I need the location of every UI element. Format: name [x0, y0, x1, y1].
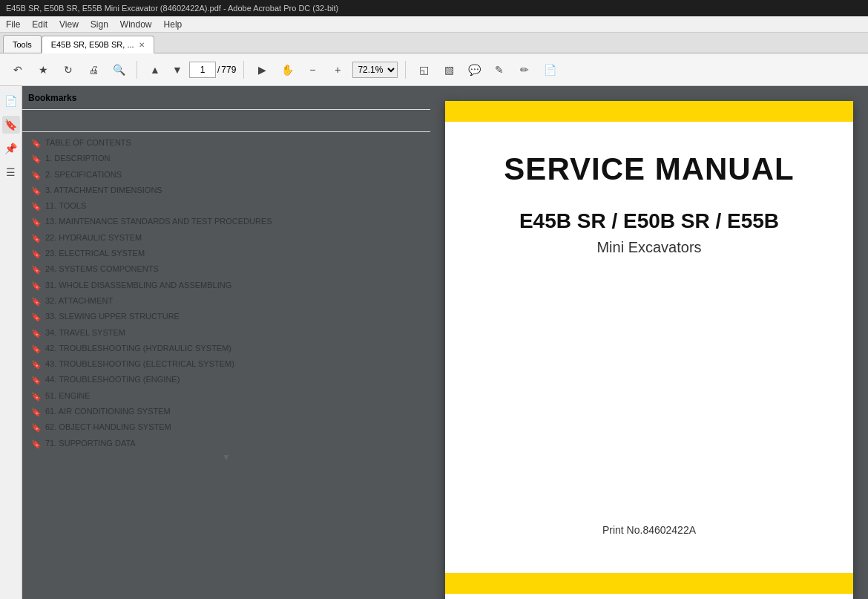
bookmarks-list: 🔖TABLE OF CONTENTS🔖1. DESCRIPTION🔖2. SPE… [22, 132, 430, 599]
bookmark-item-attach2[interactable]: 🔖32. ATTACHMENT [22, 293, 430, 309]
bookmark-item-whole[interactable]: 🔖31. WHOLE DISASSEMBLING AND ASSEMBLING [22, 278, 430, 293]
bookmark-item-maint[interactable]: 🔖13. MAINTENANCE STANDARDS AND TEST PROC… [22, 214, 430, 229]
bookmarks-scroll-down[interactable]: ▼ [22, 451, 430, 463]
bookmark-item-hyd[interactable]: 🔖22. HYDRAULIC SYSTEM [22, 230, 430, 246]
hand-tool-icon[interactable]: ✋ [277, 59, 297, 80]
yellow-stripe-top [445, 101, 853, 122]
side-icon-attachment[interactable]: 📌 [2, 140, 20, 157]
model-subtitle: Mini Excavators [596, 239, 701, 256]
bookmark-item-slew[interactable]: 🔖33. SLEWING UPPER STRUCTURE [22, 309, 430, 324]
bookmark-item-spec[interactable]: 🔖2. SPECIFICATIONS [22, 167, 430, 183]
page-number-input[interactable]: 1 [189, 62, 216, 78]
bookmark-icon: 🔖 [31, 359, 42, 370]
bookmark-icon: 🔖 [31, 328, 42, 338]
pdf-viewer[interactable]: SERVICE MANUAL E45B SR / E50B SR / E55B … [430, 86, 868, 599]
bookmark-label: 32. ATTACHMENT [45, 295, 113, 306]
toolbar-sep-2 [243, 61, 244, 79]
page-separator: / [217, 65, 220, 75]
bookmark-item-elec[interactable]: 🔖23. ELECTRICAL SYSTEM [22, 246, 430, 261]
page-down-button[interactable]: ▼ [167, 59, 188, 80]
bm-expand-icon[interactable]: ▤ [25, 112, 43, 130]
bookmark-icon: 🔖 [31, 422, 42, 433]
toolbar-back-icon[interactable]: ↶ [7, 59, 28, 80]
toolbar-bookmark-icon[interactable]: ★ [33, 59, 53, 80]
bookmark-icon: 🔖 [31, 407, 42, 417]
bookmark-icon: 🔖 [31, 312, 42, 322]
bookmark-label: 1. DESCRIPTION [45, 153, 110, 163]
yellow-stripe-bottom [445, 573, 853, 594]
bm-new-icon[interactable]: ◻ [64, 112, 82, 130]
bookmark-item-support[interactable]: 🔖71. SUPPORTING DATA [22, 436, 430, 451]
bookmark-label: 23. ELECTRICAL SYSTEM [45, 248, 145, 258]
toolbar-share-icon[interactable]: ↻ [58, 59, 79, 80]
bm-properties-icon[interactable]: ◇ [83, 112, 101, 130]
bookmark-icon: 🔖 [31, 439, 42, 449]
bookmark-label: 43. TROUBLESHOOTING (ELECTRICAL SYSTEM) [45, 359, 234, 369]
bookmark-icon: 🔖 [31, 170, 42, 180]
bookmark-item-engine[interactable]: 🔖51. ENGINE [22, 388, 430, 404]
page-up-button[interactable]: ▲ [145, 59, 165, 80]
bookmark-label: 42. TROUBLESHOOTING (HYDRAULIC SYSTEM) [45, 343, 231, 353]
bookmarks-header: Bookmarks ✕ [22, 86, 430, 110]
zoom-select[interactable]: 72.1% [352, 62, 398, 78]
bookmark-icon: 🔖 [31, 391, 42, 402]
menu-help[interactable]: Help [164, 19, 183, 30]
bookmark-label: 34. TRAVEL SYSTEM [45, 327, 125, 338]
tab-document-label: E45B SR, E50B SR, ... [51, 40, 134, 49]
bookmark-icon: 🔖 [31, 138, 42, 148]
page-total: 779 [221, 65, 236, 75]
bookmark-item-syscomp[interactable]: 🔖24. SYSTEMS COMPONENTS [22, 261, 430, 277]
pdf-page: SERVICE MANUAL E45B SR / E50B SR / E55B … [445, 101, 853, 599]
toolbar-print-icon[interactable]: 🖨 [83, 59, 104, 80]
menu-view[interactable]: View [59, 19, 79, 30]
bookmark-item-obj[interactable]: 🔖62. OBJECT HANDLING SYSTEM [22, 419, 430, 435]
bookmarks-close-button[interactable]: ✕ [407, 89, 424, 107]
bookmark-item-attach[interactable]: 🔖3. ATTACHMENT DIMENSIONS [22, 183, 430, 198]
comment-icon[interactable]: 💬 [464, 59, 484, 80]
cursor-select-icon[interactable]: ▶ [251, 59, 272, 80]
menu-edit[interactable]: Edit [32, 19, 47, 30]
bookmark-label: 22. HYDRAULIC SYSTEM [45, 232, 142, 243]
bookmark-icon: 🔖 [31, 233, 42, 243]
draw-icon[interactable]: ✏ [514, 59, 535, 80]
tab-document[interactable]: E45B SR, E50B SR, ... ✕ [42, 36, 154, 53]
fit-page-icon[interactable]: ◱ [413, 59, 434, 80]
print-no-label: Print No. [602, 524, 642, 536]
page-navigation: ▲ ▼ 1 / 779 [145, 59, 236, 80]
title-bar-text: E45B SR, E50B SR, E55B Mini Excavator (8… [6, 4, 338, 13]
zoom-out-icon[interactable]: − [302, 59, 323, 80]
menu-sign[interactable]: Sign [91, 19, 108, 30]
tab-tools[interactable]: Tools [3, 35, 42, 53]
bookmark-label: 33. SLEWING UPPER STRUCTURE [45, 311, 180, 321]
side-icon-bookmarks[interactable]: 🔖 [2, 116, 20, 134]
menu-file[interactable]: File [6, 19, 20, 30]
nh-logo-area: NH NEW HOLLAND CONSTRUCTION [445, 594, 853, 599]
bookmark-item-travel[interactable]: 🔖34. TRAVEL SYSTEM [22, 325, 430, 341]
side-icon-page[interactable]: 📄 [2, 92, 20, 110]
menu-window[interactable]: Window [120, 19, 152, 30]
bookmark-item-tools[interactable]: 🔖11. TOOLS [22, 198, 430, 214]
bookmark-item-ac[interactable]: 🔖61. AIR CONDITIONING SYSTEM [22, 404, 430, 419]
more-tools-icon[interactable]: 📄 [539, 59, 560, 80]
tab-tools-label: Tools [13, 40, 32, 49]
bookmark-label: 44. TROUBLESHOOTING (ENGINE) [45, 374, 180, 384]
toolbar-sep-3 [405, 61, 406, 79]
bookmark-item-toc[interactable]: 🔖TABLE OF CONTENTS [22, 135, 430, 151]
side-icon-layers[interactable]: ☰ [2, 163, 20, 181]
tab-bar: Tools E45B SR, E50B SR, ... ✕ [0, 33, 868, 53]
bookmark-label: 24. SYSTEMS COMPONENTS [45, 264, 159, 274]
bookmark-item-troub_elec[interactable]: 🔖43. TROUBLESHOOTING (ELECTRICAL SYSTEM) [22, 356, 430, 372]
toolbar-search-icon[interactable]: 🔍 [108, 59, 129, 80]
bookmarks-title: Bookmarks [28, 93, 76, 103]
bookmark-item-desc[interactable]: 🔖1. DESCRIPTION [22, 151, 430, 166]
bookmark-label: TABLE OF CONTENTS [45, 137, 131, 148]
ruler-icon[interactable]: ▧ [438, 59, 459, 80]
bookmark-item-troub_eng[interactable]: 🔖44. TROUBLESHOOTING (ENGINE) [22, 372, 430, 387]
bookmark-item-troub_hyd[interactable]: 🔖42. TROUBLESHOOTING (HYDRAULIC SYSTEM) [22, 341, 430, 356]
toolbar-sep-1 [137, 61, 137, 79]
tab-close-icon[interactable]: ✕ [139, 41, 145, 49]
highlight-icon[interactable]: ✎ [489, 59, 510, 80]
zoom-in-icon[interactable]: + [327, 59, 348, 80]
bm-delete-icon[interactable]: 🗑 [45, 112, 62, 130]
bookmark-icon: 🔖 [31, 249, 42, 259]
